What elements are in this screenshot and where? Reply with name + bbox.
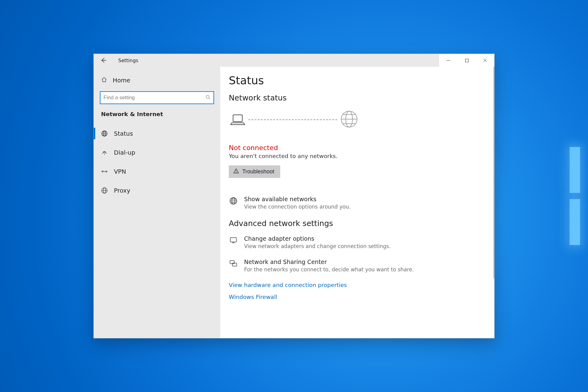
sidebar-item-proxy[interactable]: Proxy: [94, 181, 220, 200]
warning-icon: [233, 168, 239, 175]
change-adapter-options[interactable]: Change adapter options View network adap…: [229, 235, 494, 249]
maximize-icon: [465, 58, 469, 62]
internet-globe-icon: [340, 110, 358, 129]
troubleshoot-button[interactable]: Troubleshoot: [229, 165, 280, 178]
home-icon: [101, 77, 107, 84]
section-advanced-settings: Advanced network settings: [229, 219, 494, 228]
minimize-button[interactable]: [439, 54, 458, 67]
dialup-icon: [101, 149, 108, 156]
sidebar-category-title: Network & Internet: [94, 109, 220, 122]
search-input[interactable]: [104, 95, 205, 101]
sharing-desc: For the networks you connect to, decide …: [244, 266, 414, 273]
adapter-icon: [229, 236, 238, 245]
sharing-title: Network and Sharing Center: [244, 258, 414, 265]
hardware-properties-link[interactable]: View hardware and connection properties: [229, 282, 494, 288]
connection-line: [248, 119, 337, 120]
sidebar-item-dialup[interactable]: Dial-up: [94, 143, 220, 162]
sidebar-nav: Status Dial-up: [94, 122, 220, 200]
close-icon: [483, 58, 487, 62]
sidebar-home[interactable]: Home: [94, 72, 220, 88]
section-network-status: Network status: [229, 93, 494, 102]
troubleshoot-label: Troubleshoot: [242, 168, 274, 175]
svg-point-1: [206, 95, 209, 98]
svg-point-5: [102, 171, 103, 172]
search-input-wrapper[interactable]: [100, 91, 214, 104]
show-available-networks[interactable]: Show available networks View the connect…: [229, 196, 494, 210]
sidebar-item-label: Proxy: [114, 187, 130, 194]
sidebar-item-label: VPN: [114, 168, 126, 175]
sidebar-item-vpn[interactable]: VPN: [94, 162, 220, 181]
window-controls: [439, 54, 494, 67]
adapter-desc: View network adapters and change connect…: [244, 243, 391, 249]
network-diagram: [230, 110, 494, 129]
scrollbar[interactable]: [493, 67, 494, 278]
minimize-icon: [446, 58, 450, 62]
windows-firewall-link[interactable]: Windows Firewall: [229, 294, 494, 300]
connection-status-title: Not connected: [229, 144, 494, 152]
titlebar: Settings: [94, 54, 494, 67]
content-pane: Status Network status: [220, 67, 494, 338]
proxy-icon: [101, 187, 108, 194]
globe-icon: [101, 130, 108, 137]
back-button[interactable]: [98, 55, 109, 66]
svg-rect-9: [233, 115, 242, 122]
close-button[interactable]: [476, 54, 494, 67]
svg-rect-0: [465, 59, 468, 62]
show-networks-desc: View the connection options around you.: [244, 204, 351, 210]
laptop-icon: [230, 113, 245, 126]
back-arrow-icon: [100, 57, 107, 63]
search-icon: [205, 95, 210, 101]
sidebar-item-label: Status: [114, 130, 133, 137]
vpn-icon: [101, 168, 108, 175]
sidebar-item-label: Dial-up: [114, 149, 135, 156]
sidebar-home-label: Home: [113, 77, 130, 84]
maximize-button[interactable]: [458, 54, 476, 67]
sharing-icon: [229, 259, 238, 268]
network-sharing-center[interactable]: Network and Sharing Center For the netwo…: [229, 258, 494, 273]
svg-point-12: [236, 172, 236, 173]
svg-point-4: [104, 154, 105, 155]
desktop-logo-accent: [570, 147, 588, 245]
settings-window: Settings Home: [93, 54, 495, 338]
network-globe-icon: [229, 196, 238, 205]
svg-rect-15: [230, 238, 236, 242]
adapter-title: Change adapter options: [244, 235, 391, 242]
page-title: Status: [229, 74, 494, 87]
svg-point-6: [106, 171, 107, 172]
sidebar-item-status[interactable]: Status: [94, 124, 220, 143]
show-networks-title: Show available networks: [244, 196, 351, 202]
window-title: Settings: [118, 58, 138, 63]
connection-status-subtitle: You aren't connected to any networks.: [229, 153, 494, 159]
sidebar: Home Network & Internet: [94, 67, 220, 338]
